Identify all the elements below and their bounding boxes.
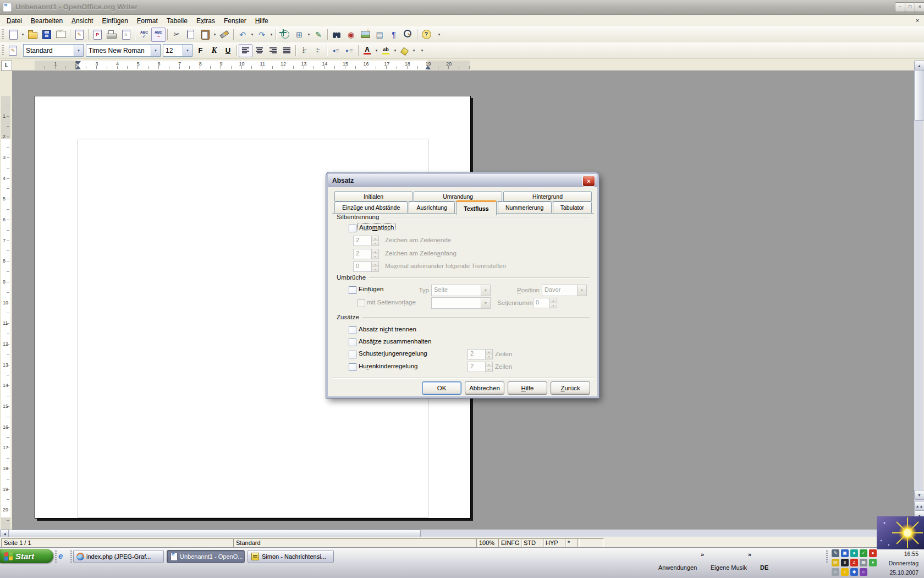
- tray-icon-sun[interactable]: ☼: [860, 568, 867, 576]
- taskbar-grip[interactable]: [70, 550, 72, 563]
- menu-item-format[interactable]: Format: [133, 16, 162, 26]
- close-icon[interactable]: ×: [915, 2, 924, 12]
- zoom-button[interactable]: [401, 28, 415, 42]
- taskbar-toolbar-anwendungen[interactable]: Anwendungen: [658, 564, 697, 571]
- chevron-down-icon[interactable]: ▾: [250, 28, 255, 41]
- tray-icon-gray[interactable]: ▦: [860, 559, 867, 566]
- redo-button[interactable]: ↷: [255, 28, 269, 42]
- tray-icon-display[interactable]: ▣: [841, 549, 849, 557]
- status-cell-7[interactable]: [578, 538, 604, 548]
- gallery-button[interactable]: [358, 28, 372, 42]
- page-style-select[interactable]: ▼: [431, 297, 491, 309]
- vertical-scrollbar-thumb[interactable]: [914, 70, 924, 121]
- horizontal-ruler[interactable]: 1234567891011121314151617181920: [13, 61, 914, 70]
- menu-item-datei[interactable]: Datei: [2, 16, 26, 26]
- decrease-indent-button[interactable]: ◂≡: [329, 44, 343, 57]
- close-document-icon[interactable]: ×: [913, 16, 922, 25]
- widow-lines-stepper[interactable]: 2 ▲▼: [468, 362, 493, 372]
- menu-item-tabelle[interactable]: Tabelle: [162, 16, 192, 26]
- underline-button[interactable]: U: [221, 44, 235, 57]
- tray-icon-dark[interactable]: 8: [841, 559, 849, 566]
- orphan-control-label[interactable]: Schusterjungenregelung: [359, 350, 427, 357]
- status-cell-1[interactable]: Standard: [233, 538, 479, 548]
- break-type-select[interactable]: Seite ▼: [431, 285, 491, 296]
- tab-initialen[interactable]: Initialen: [334, 191, 413, 201]
- chevron-down-icon[interactable]: ▾: [183, 45, 192, 56]
- status-cell-2[interactable]: 100%: [476, 538, 501, 548]
- toolbar-overflow-icon[interactable]: ▾: [437, 28, 442, 41]
- scroll-down-icon[interactable]: ▼: [914, 490, 924, 500]
- chevron-right-icon[interactable]: »: [701, 551, 704, 558]
- taskbar-task-1[interactable]: Unbenannt1 - OpenO...: [167, 550, 245, 563]
- bold-button[interactable]: F: [194, 44, 207, 57]
- insert-break-label[interactable]: Einfügen: [359, 286, 383, 292]
- keep-paragraph-label[interactable]: Absatz nicht trennen: [359, 326, 416, 332]
- save-button[interactable]: [40, 28, 54, 42]
- data-sources-button[interactable]: ▤: [372, 28, 387, 42]
- hyperlink-button[interactable]: [278, 28, 292, 42]
- chevron-down-icon[interactable]: ▾: [212, 28, 217, 41]
- print-button[interactable]: [105, 28, 119, 42]
- internet-explorer-icon[interactable]: e: [58, 551, 63, 560]
- document-as-email-button[interactable]: [54, 28, 68, 42]
- navigator-button[interactable]: ◉: [344, 28, 358, 42]
- vertical-ruler[interactable]: 1234567891011121314151617181920: [1, 72, 10, 530]
- auto-spellcheck-button[interactable]: ABC~: [151, 28, 166, 42]
- paragraph-style-combo[interactable]: Standard ▾: [23, 44, 84, 57]
- taskbar-task-0[interactable]: index.php (JPEG-Graf...: [73, 550, 164, 563]
- page-preview-button[interactable]: ○: [119, 28, 133, 42]
- tab-textfluss[interactable]: Textfluss: [456, 200, 497, 215]
- font-color-button[interactable]: A: [360, 44, 374, 57]
- export-pdf-button[interactable]: P: [90, 28, 105, 42]
- tray-icon-pen[interactable]: ✎: [832, 549, 839, 557]
- taskbar-clock[interactable]: 16:55 Donnerstag 25.10.2007: [879, 549, 919, 577]
- vertical-scrollbar[interactable]: ▲ ▼ ▲▲ ● ▼▼: [914, 61, 923, 530]
- edit-file-button[interactable]: ✎: [72, 28, 86, 42]
- tray-icon-mouse[interactable]: ⌂: [832, 568, 839, 576]
- horizontal-scrollbar[interactable]: ◀ ▶: [0, 530, 914, 537]
- chevron-right-icon[interactable]: »: [748, 551, 751, 558]
- toolbar-grip[interactable]: [2, 45, 4, 56]
- status-cell-5[interactable]: HYP: [543, 538, 567, 548]
- tab-hintergrund[interactable]: Hintergrund: [503, 191, 592, 201]
- tray-icon-red[interactable]: ●: [869, 549, 877, 557]
- start-button[interactable]: Start: [0, 549, 53, 563]
- new-document-button[interactable]: [6, 28, 20, 42]
- tab-tabulator[interactable]: Tabulator: [553, 201, 592, 214]
- tray-icon-teal[interactable]: ●: [850, 549, 858, 557]
- font-name-combo[interactable]: Times New Roman ▾: [86, 44, 161, 57]
- chevron-down-icon[interactable]: ▾: [20, 28, 25, 41]
- tray-icon-note[interactable]: ♪: [841, 568, 849, 576]
- tab-einzgeundabstnde[interactable]: Einzüge und Abstände: [334, 201, 408, 214]
- keep-with-next-label[interactable]: Absätze zusammenhalten: [359, 338, 431, 345]
- chevron-down-icon[interactable]: ▾: [393, 44, 398, 57]
- chars-at-line-end-stepper[interactable]: 2 ▲▼: [353, 236, 379, 246]
- orphan-lines-stepper[interactable]: 2 ▲▼: [468, 349, 493, 359]
- chevron-down-icon[interactable]: ▾: [411, 44, 416, 57]
- menu-item-einfgen[interactable]: Einfügen: [97, 16, 132, 26]
- taskbar-toolbar-eigene-musik[interactable]: Eigene Musik: [711, 564, 747, 571]
- toolbar-grip[interactable]: [2, 29, 4, 40]
- undo-button[interactable]: ↶: [235, 28, 250, 42]
- widow-control-label[interactable]: Hurenkinderregelung: [359, 363, 417, 369]
- keep-paragraph-checkbox[interactable]: [349, 326, 356, 334]
- tab-ausrichtung[interactable]: Ausrichtung: [409, 201, 455, 214]
- chars-at-line-begin-stepper[interactable]: 2 ▲▼: [353, 249, 379, 259]
- align-center-button[interactable]: [252, 44, 266, 57]
- nonprinting-characters-button[interactable]: ¶: [387, 28, 401, 42]
- window-titlebar[interactable]: Unbenannt1 - OpenOffice.org Writer – □ ×: [0, 0, 924, 15]
- dialog-titlebar[interactable]: Absatz ×: [328, 174, 597, 187]
- align-right-button[interactable]: [266, 44, 280, 57]
- menu-item-extras[interactable]: Extras: [192, 16, 219, 26]
- previous-page-icon[interactable]: ▲▲: [914, 501, 924, 511]
- tray-icon-z[interactable]: Z: [850, 559, 858, 566]
- highlighting-button[interactable]: ab: [379, 44, 393, 57]
- tray-icon-shield[interactable]: ✓: [860, 549, 867, 557]
- increase-indent-button[interactable]: ▸≡: [343, 44, 356, 57]
- chevron-down-icon[interactable]: ▾: [74, 45, 83, 56]
- ok-button[interactable]: OK: [422, 381, 461, 395]
- menu-item-hilfe[interactable]: Hilfe: [251, 16, 273, 26]
- orphan-control-checkbox[interactable]: [349, 351, 356, 358]
- taskbar-task-2[interactable]: Simon - Nachrichtensi...: [248, 550, 334, 563]
- chevron-down-icon[interactable]: ▾: [269, 28, 274, 41]
